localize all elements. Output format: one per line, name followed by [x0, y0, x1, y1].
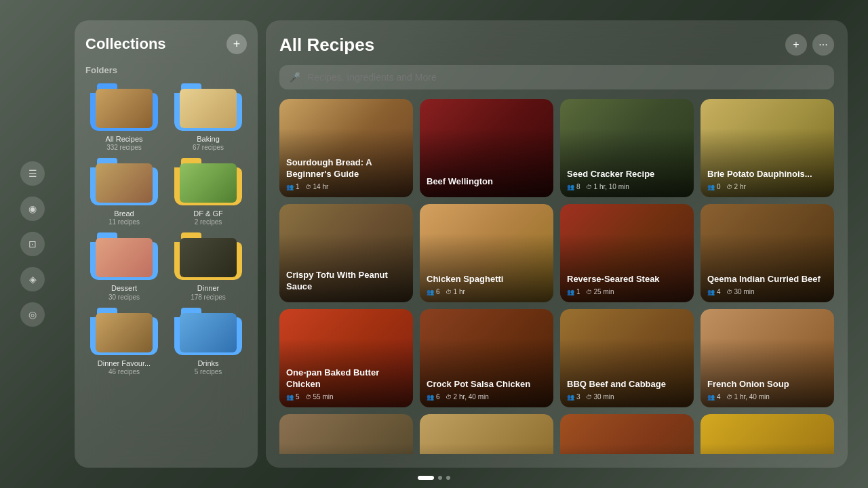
clock-icon: ⏱	[305, 394, 311, 401]
folder-item-dessert[interactable]: Dessert 30 recipes	[85, 232, 163, 300]
recipe-name-salsa-chicken: Crock Pot Salsa Chicken	[427, 379, 547, 390]
clock-icon: ⏱	[305, 184, 311, 190]
time-salsa-chicken: ⏱2 hr, 40 min	[446, 393, 489, 401]
folder-icon-dessert	[90, 232, 158, 280]
people-icon: 👥	[707, 394, 715, 401]
servings-onion-soup: 👥4	[707, 393, 721, 401]
folder-name-dinnerfav: Dinner Favour...	[98, 359, 151, 368]
left-icon-1[interactable]: ☰	[20, 161, 45, 186]
folder-count-drinks: 5 recipes	[195, 368, 222, 375]
folder-count-dessert: 30 recipes	[108, 293, 140, 301]
recipe-card-brie-potato[interactable]: Brie Potato Dauphinois... 👥0⏱2 hr	[701, 99, 834, 197]
folder-count-baking: 67 recipes	[193, 144, 224, 151]
clock-icon: ⏱	[446, 394, 452, 401]
recipe-name-chicken-spaghetti: Chicken Spaghetti	[427, 274, 547, 285]
time-brie-potato: ⏱2 hr	[726, 183, 746, 190]
time-bbq-cabbage: ⏱30 min	[586, 393, 614, 401]
recipe-card-dumplings[interactable]: Chicken and Dumplings	[279, 414, 413, 454]
clock-icon: ⏱	[586, 394, 592, 401]
recipe-overlay-teriyaki	[701, 414, 834, 454]
folder-item-dinnerfav[interactable]: Dinner Favour... 46 recipes	[85, 308, 163, 375]
recipe-card-onion-soup[interactable]: French Onion Soup 👥4⏱1 hr, 40 min	[701, 309, 834, 407]
recipe-meta-brie-potato: 👥0⏱2 hr	[707, 183, 827, 190]
recipe-name-brie-potato: Brie Potato Dauphinois...	[707, 169, 827, 180]
servings-seed-cracker: 👥8	[567, 183, 580, 190]
time-qeema: ⏱30 min	[726, 288, 755, 296]
folder-icon-drinks	[174, 308, 242, 355]
servings-salsa-chicken: 👥6	[427, 393, 440, 401]
folder-item-baking[interactable]: Baking 67 recipes	[170, 83, 247, 151]
recipe-card-chicken-spaghetti[interactable]: Chicken Spaghetti 👥6⏱1 hr	[420, 204, 553, 302]
left-icon-4[interactable]: ◈	[20, 267, 45, 291]
sidebar-header: Collections +	[85, 34, 247, 54]
sidebar-title: Collections	[85, 35, 166, 53]
recipe-overlay-peanut-cookies	[420, 414, 553, 454]
search-bar[interactable]: 🎤	[279, 65, 834, 89]
recipe-content-reverse-steak: Reverse-Seared Steak 👥1⏱25 min	[560, 267, 694, 302]
people-icon: 👥	[286, 394, 294, 401]
recipe-card-salsa-chicken[interactable]: Crock Pot Salsa Chicken 👥6⏱2 hr, 40 min	[420, 309, 553, 407]
left-icon-3[interactable]: ⊡	[20, 232, 45, 256]
recipe-meta-sourdough: 👥1⏱14 hr	[286, 183, 406, 190]
clock-icon: ⏱	[726, 289, 732, 296]
time-onion-soup: ⏱1 hr, 40 min	[726, 393, 770, 401]
recipe-meta-onion-soup: 👥4⏱1 hr, 40 min	[707, 393, 827, 401]
servings-qeema: 👥4	[707, 288, 721, 296]
recipe-card-beef-wellington[interactable]: Beef Wellington	[420, 99, 553, 197]
left-sidebar: ☰ ◉ ⊡ ◈ ◎	[20, 161, 45, 327]
recipe-card-sourdough[interactable]: Sourdough Bread: A Beginner's Guide 👥1⏱1…	[279, 99, 413, 197]
recipe-card-sticky-rice[interactable]: Chinese Sticky Rice	[560, 414, 694, 454]
folder-count-bread: 11 recipes	[108, 218, 140, 226]
folder-icon-all	[90, 83, 158, 131]
recipe-content-seed-cracker: Seed Cracker Recipe 👥8⏱1 hr, 10 min	[560, 162, 694, 197]
folders-label: Folders	[85, 65, 247, 75]
recipe-card-peanut-cookies[interactable]: Peanut Butter Cookies	[420, 414, 553, 454]
folder-name-dinner: Dinner	[197, 284, 219, 293]
recipe-overlay-dumplings	[279, 414, 413, 454]
recipe-name-reverse-steak: Reverse-Seared Steak	[567, 274, 687, 285]
folder-name-dfgf: DF & GF	[193, 209, 222, 218]
add-collection-button[interactable]: +	[226, 34, 247, 54]
recipe-meta-reverse-steak: 👥1⏱25 min	[567, 288, 687, 296]
recipe-name-beef-wellington: Beef Wellington	[427, 176, 547, 188]
left-icon-5[interactable]: ◎	[20, 302, 45, 327]
recipe-card-reverse-steak[interactable]: Reverse-Seared Steak 👥1⏱25 min	[560, 204, 694, 302]
recipe-name-onion-soup: French Onion Soup	[707, 379, 827, 390]
time-chicken-spaghetti: ⏱1 hr	[446, 288, 465, 296]
add-recipe-button[interactable]: +	[785, 34, 807, 56]
search-input[interactable]	[307, 72, 825, 83]
microphone-icon: 🎤	[289, 72, 300, 83]
recipe-name-butter-chicken: One-pan Baked Butter Chicken	[286, 367, 406, 390]
folder-item-dfgf[interactable]: DF & GF 2 recipes	[170, 158, 247, 226]
folder-icon-dinner	[174, 232, 242, 280]
people-icon: 👥	[567, 184, 574, 190]
dots-indicator	[418, 476, 450, 480]
folder-item-all[interactable]: All Recipes 332 recipes	[85, 83, 163, 151]
folder-item-drinks[interactable]: Drinks 5 recipes	[170, 308, 247, 375]
recipe-content-crispy-tofu: Crispy Tofu With Peanut Sauce	[279, 263, 413, 302]
recipe-card-bbq-cabbage[interactable]: BBQ Beef and Cabbage 👥3⏱30 min	[560, 309, 694, 407]
recipe-card-qeema[interactable]: Qeema Indian Curried Beef 👥4⏱30 min	[701, 204, 834, 302]
servings-sourdough: 👥1	[286, 183, 300, 190]
dot-2	[438, 476, 442, 480]
recipe-content-salsa-chicken: Crock Pot Salsa Chicken 👥6⏱2 hr, 40 min	[420, 372, 553, 407]
more-options-button[interactable]: ···	[812, 34, 834, 56]
folder-item-dinner[interactable]: Dinner 178 recipes	[170, 232, 247, 300]
recipe-card-butter-chicken[interactable]: One-pan Baked Butter Chicken 👥5⏱55 min	[279, 309, 413, 407]
recipe-card-crispy-tofu[interactable]: Crispy Tofu With Peanut Sauce	[279, 204, 413, 302]
header-actions: + ···	[785, 34, 834, 56]
folder-name-dessert: Dessert	[111, 284, 137, 293]
recipe-meta-chicken-spaghetti: 👥6⏱1 hr	[427, 288, 547, 296]
recipe-meta-qeema: 👥4⏱30 min	[707, 288, 827, 296]
folder-count-dinnerfav: 46 recipes	[108, 368, 140, 375]
left-icon-2[interactable]: ◉	[20, 197, 45, 221]
clock-icon: ⏱	[586, 184, 592, 190]
recipe-name-qeema: Qeema Indian Curried Beef	[707, 274, 827, 285]
folder-count-dfgf: 2 recipes	[195, 218, 222, 226]
recipe-overlay-sticky-rice	[560, 414, 694, 454]
app-container: Collections + Folders All Recipes 332 re…	[75, 20, 848, 468]
recipe-card-seed-cracker[interactable]: Seed Cracker Recipe 👥8⏱1 hr, 10 min	[560, 99, 694, 197]
folder-item-bread[interactable]: Bread 11 recipes	[85, 158, 163, 226]
recipe-card-teriyaki[interactable]: Teriyaki Roast Chicken	[701, 414, 834, 454]
recipe-content-chicken-spaghetti: Chicken Spaghetti 👥6⏱1 hr	[420, 267, 553, 302]
